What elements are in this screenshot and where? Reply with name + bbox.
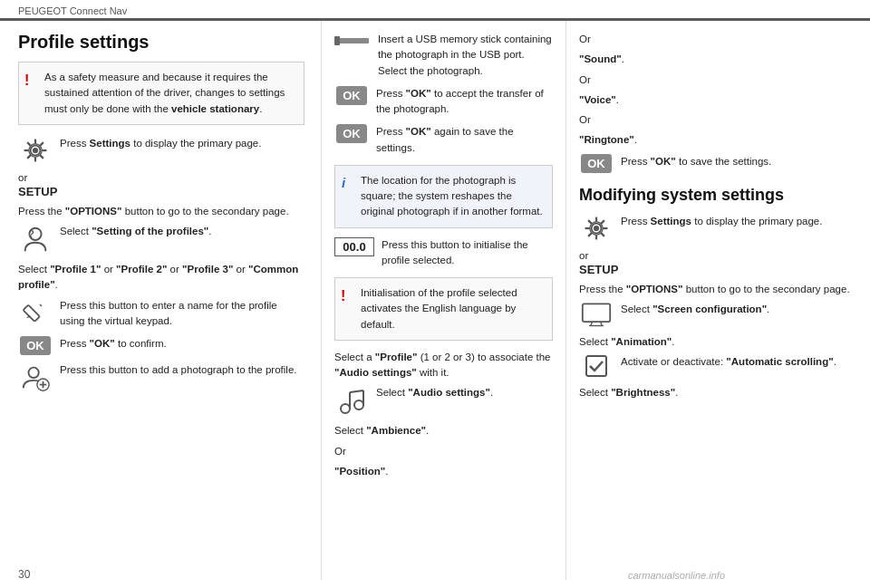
photo-profile-icon — [20, 362, 51, 393]
step-settings2-row: Press Settings to display the primary pa… — [579, 214, 857, 243]
ok1-badge: OK — [336, 86, 367, 105]
svg-rect-38 — [583, 304, 610, 322]
step-ok-confirm-row: OK Press "OK" to confirm. — [18, 336, 304, 355]
ok-save-icon-area: OK — [579, 154, 614, 173]
warning-box-safety: ! As a safety measure and because it req… — [18, 62, 304, 125]
step-audio-text: Select "Audio settings". — [376, 385, 553, 400]
pencil-icon-area — [18, 298, 53, 323]
sound-label: "Sound". — [579, 52, 857, 67]
para-profile-audio: Select a "Profile" (1 or 2 or 3) to asso… — [334, 350, 553, 381]
left-column: Profile settings ! As a safety measure a… — [0, 21, 322, 580]
warn-box-init: ! Initialisation of the profile selected… — [334, 277, 553, 341]
step-ok-save-text: Press "OK" to save the settings. — [621, 154, 857, 169]
warning-icon: ! — [24, 70, 29, 92]
step-usb-text: Insert a USB memory stick containing the… — [378, 32, 553, 79]
gear-settings2-icon — [582, 214, 611, 243]
section-title-modifying: Modifying system settings — [579, 186, 857, 205]
svg-point-22 — [341, 404, 350, 413]
gear2-icon-area — [579, 214, 614, 243]
counter-icon-area: 00.0 — [334, 237, 374, 256]
svg-point-16 — [28, 368, 38, 378]
ok-confirm-badge: OK — [20, 336, 51, 355]
info-box-photo: i The location for the photograph is squ… — [334, 165, 553, 228]
photo-profile-icon-area — [18, 362, 53, 393]
step-ok2-text: Press "OK" again to save the settings. — [376, 124, 553, 156]
or-right1: Or — [579, 32, 857, 47]
ok2-icon-area: OK — [334, 124, 369, 143]
ok1-icon-area: OK — [334, 86, 369, 105]
info-icon: i — [342, 173, 345, 194]
step-add-photo-row: Press this button to add a photograph to… — [18, 362, 304, 393]
svg-point-23 — [354, 400, 363, 410]
svg-point-9 — [33, 148, 38, 153]
usb-icon-area — [334, 32, 371, 50]
step-ok-save-row: OK Press "OK" to save the settings. — [579, 154, 857, 173]
options-para-right: Press the "OPTIONS" button to go to the … — [579, 282, 857, 297]
section-title-profile: Profile settings — [18, 32, 304, 53]
or-right3: Or — [579, 112, 857, 128]
select-ambience-para: Select "Ambience". — [334, 423, 553, 439]
setup-right-label: SETUP — [579, 263, 857, 276]
step-screen-row: Select "Screen configuration". — [579, 302, 857, 327]
gear-settings-icon — [21, 136, 50, 165]
profile-question-icon: ? — [20, 224, 51, 255]
watermark: carmanualsonline.info — [628, 570, 725, 581]
step-profiles-row: ? Select "Setting of the profiles". — [18, 224, 304, 255]
select-animation-para: Select "Animation". — [579, 334, 857, 350]
step-settings2-text: Press Settings to display the primary pa… — [621, 214, 857, 229]
checkbox-icon-area — [579, 354, 614, 378]
step-add-photo-text: Press this button to add a photograph to… — [60, 362, 304, 378]
step-ok2-row: OK Press "OK" again to save the settings… — [334, 124, 553, 156]
counter-badge: 00.0 — [334, 237, 374, 256]
checkbox-icon — [585, 354, 608, 378]
or-label: or — [18, 172, 304, 183]
svg-rect-42 — [586, 356, 606, 376]
pencil-icon — [23, 298, 48, 323]
warn-init-text: Initialisation of the profile selected a… — [361, 287, 517, 330]
options-para: Press the "OPTIONS" button to go to the … — [18, 204, 304, 219]
music-icon — [336, 385, 367, 416]
profile-select-para: Select "Profile 1" or "Profile 2" or "Pr… — [18, 262, 304, 294]
step-enter-name-text: Press this button to enter a name for th… — [60, 298, 304, 330]
step-checkbox-text: Activate or deactivate: "Automatic scrol… — [621, 354, 857, 370]
info-box-text: The location for the photograph is squar… — [361, 175, 543, 217]
ok-confirm-icon-area: OK — [18, 336, 53, 355]
voice-label: "Voice". — [579, 92, 857, 108]
step-checkbox-row: Activate or deactivate: "Automatic scrol… — [579, 354, 857, 378]
or-right2: Or — [579, 72, 857, 88]
right-column: Or "Sound". Or "Voice". Or "Ringtone". O… — [566, 21, 870, 580]
svg-point-36 — [594, 225, 599, 230]
select-brightness-para: Select "Brightness". — [579, 385, 857, 400]
setup-label: SETUP — [18, 185, 304, 198]
ringtone-label: "Ringtone". — [579, 132, 857, 148]
position-para: "Position". — [334, 464, 553, 479]
music-icon-area — [334, 385, 369, 416]
step-usb-row: Insert a USB memory stick containing the… — [334, 32, 553, 79]
page-header: PEUGEOT Connect Nav — [0, 0, 870, 21]
step-screen-text: Select "Screen configuration". — [621, 302, 857, 317]
svg-line-26 — [350, 390, 363, 392]
svg-rect-13 — [24, 304, 40, 321]
step-settings-text: Press Settings to display the primary pa… — [60, 136, 304, 151]
step-profiles-text: Select "Setting of the profiles". — [60, 224, 304, 239]
step-settings-row: Press Settings to display the primary pa… — [18, 136, 304, 165]
step-ok-confirm-text: Press "OK" to confirm. — [60, 336, 304, 352]
mid-column: Insert a USB memory stick containing the… — [322, 21, 566, 580]
step-counter-row: 00.0 Press this button to initialise the… — [334, 237, 553, 269]
or-right-label: or — [579, 250, 857, 261]
warn-init-icon: ! — [341, 285, 345, 307]
warning-text: As a safety measure and because it requi… — [44, 72, 285, 114]
svg-rect-20 — [336, 38, 369, 43]
svg-rect-21 — [334, 36, 340, 45]
header-title: PEUGEOT Connect Nav — [18, 5, 127, 16]
content-area: Profile settings ! As a safety measure a… — [0, 21, 870, 580]
monitor-icon — [581, 302, 612, 327]
ok2-badge: OK — [336, 124, 367, 143]
svg-line-15 — [40, 304, 42, 306]
svg-text:?: ? — [28, 229, 34, 239]
gear-icon-area — [18, 136, 53, 165]
step-ok1-text: Press "OK" to accept the transfer of the… — [376, 86, 553, 118]
step-ok1-row: OK Press "OK" to accept the transfer of … — [334, 86, 553, 118]
monitor-icon-area — [579, 302, 614, 327]
or-mid: Or — [334, 444, 553, 459]
